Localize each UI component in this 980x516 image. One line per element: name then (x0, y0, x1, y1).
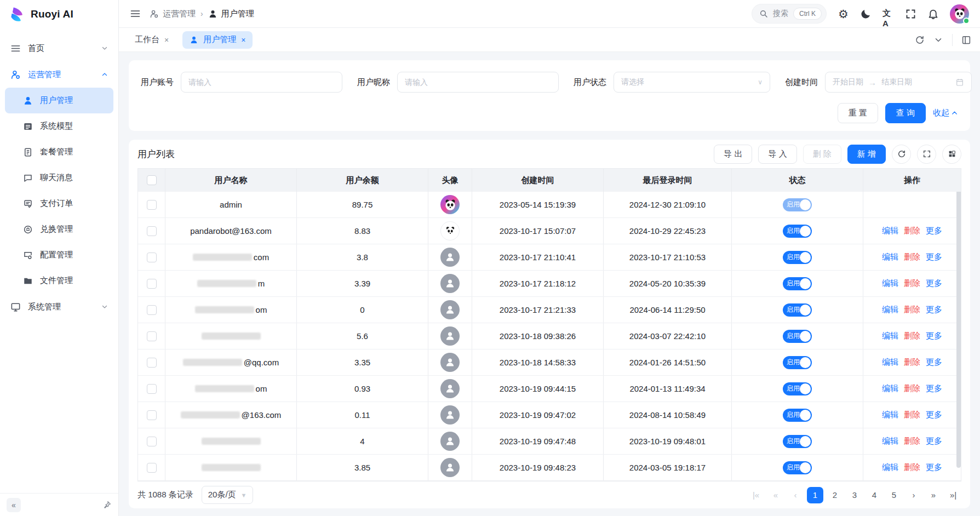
refresh-icon[interactable] (892, 145, 911, 164)
sidebar-subitem-2[interactable]: 套餐管理 (5, 139, 113, 165)
edit-link[interactable]: 编辑 (882, 278, 898, 289)
more-link[interactable]: 更多 (926, 305, 942, 315)
jump-forward-icon[interactable]: » (925, 487, 942, 503)
row-checkbox[interactable] (147, 463, 157, 473)
page-number-1[interactable]: 1 (807, 487, 823, 503)
edit-link[interactable]: 编辑 (882, 357, 898, 368)
row-checkbox[interactable] (147, 331, 157, 341)
row-checkbox[interactable] (147, 410, 157, 420)
sidebar-subitem-3[interactable]: 聊天消息 (5, 165, 113, 191)
more-link[interactable]: 更多 (926, 357, 942, 368)
delete-link[interactable]: 删除 (904, 357, 920, 368)
page-number-4[interactable]: 4 (866, 487, 882, 503)
settings-gear-icon[interactable]: ⚙ (838, 8, 849, 20)
more-link[interactable]: 更多 (926, 383, 942, 394)
status-toggle[interactable]: 启用 (783, 409, 812, 422)
delete-link[interactable]: 删除 (904, 305, 920, 315)
app-logo[interactable]: Ruoyi AI (0, 0, 118, 28)
user-avatar[interactable] (950, 4, 969, 24)
delete-link[interactable]: 删除 (904, 331, 920, 341)
status-toggle[interactable]: 启用 (783, 382, 812, 395)
tab-workbench[interactable]: 工作台 × (128, 31, 176, 49)
more-link[interactable]: 更多 (926, 436, 942, 446)
sidebar-subitem-7[interactable]: 文件管理 (5, 268, 113, 294)
edit-link[interactable]: 编辑 (882, 252, 898, 262)
chevron-down-icon[interactable] (933, 35, 943, 45)
delete-link[interactable]: 删除 (904, 383, 920, 394)
status-toggle[interactable]: 启用 (783, 435, 812, 448)
fullscreen-icon[interactable] (905, 8, 916, 20)
status-toggle[interactable]: 启用 (783, 330, 812, 343)
nickname-input[interactable] (397, 72, 559, 93)
sidebar-subitem-6[interactable]: 配置管理 (5, 242, 113, 268)
last-page-icon[interactable]: »| (945, 487, 961, 503)
delete-link[interactable]: 删除 (904, 278, 920, 289)
more-link[interactable]: 更多 (926, 462, 942, 473)
vertical-scrollbar[interactable] (956, 192, 961, 468)
query-button[interactable]: 查 询 (885, 103, 926, 123)
edit-link[interactable]: 编辑 (882, 436, 898, 446)
page-size-select[interactable]: 20条/页 ▼ (202, 486, 254, 504)
more-link[interactable]: 更多 (926, 252, 942, 262)
column-settings-grid-icon[interactable] (942, 145, 961, 164)
status-toggle[interactable]: 启用 (783, 225, 812, 238)
delete-link[interactable]: 删除 (904, 252, 920, 262)
reset-button[interactable]: 重 置 (838, 103, 878, 123)
edit-link[interactable]: 编辑 (882, 383, 898, 394)
row-checkbox[interactable] (147, 305, 157, 315)
row-checkbox[interactable] (147, 279, 157, 289)
status-toggle[interactable]: 启用 (783, 356, 812, 369)
status-select[interactable]: 请选择 ∨ (614, 72, 770, 93)
select-all-checkbox[interactable] (147, 175, 157, 185)
sidebar-collapse-button[interactable]: « (7, 498, 21, 512)
delete-link[interactable]: 删除 (904, 410, 920, 420)
sidebar-subitem-1[interactable]: 系统模型 (5, 113, 113, 139)
jump-back-icon[interactable]: « (767, 487, 784, 503)
status-toggle[interactable]: 启用 (783, 303, 812, 317)
delete-link[interactable]: 删除 (904, 226, 920, 236)
date-range-picker[interactable]: 开始日期 → 结束日期 (825, 72, 972, 93)
add-button[interactable]: 新 增 (847, 145, 886, 164)
fullscreen-icon[interactable] (917, 145, 936, 164)
delete-link[interactable]: 删除 (904, 436, 920, 446)
import-button[interactable]: 导 入 (758, 145, 796, 164)
row-checkbox[interactable] (147, 253, 157, 262)
hamburger-menu-icon[interactable] (130, 8, 141, 19)
edit-link[interactable]: 编辑 (882, 462, 898, 473)
sidebar-item-system[interactable]: 系统管理 (5, 294, 113, 320)
more-link[interactable]: 更多 (926, 226, 942, 236)
page-number-5[interactable]: 5 (886, 487, 902, 503)
edit-link[interactable]: 编辑 (882, 305, 898, 315)
status-toggle[interactable]: 启用 (783, 251, 812, 264)
row-checkbox[interactable] (147, 358, 157, 368)
refresh-icon[interactable] (915, 35, 925, 45)
notifications-bell-icon[interactable] (927, 8, 939, 20)
delete-button[interactable]: 删 除 (803, 145, 841, 164)
edit-link[interactable]: 编辑 (882, 226, 898, 236)
breadcrumb-item-operation[interactable]: 运营管理 (150, 9, 196, 19)
close-icon[interactable]: × (164, 36, 169, 44)
prev-page-icon[interactable]: ‹ (787, 487, 804, 503)
more-link[interactable]: 更多 (926, 278, 942, 289)
layout-expand-icon[interactable] (961, 35, 971, 45)
account-input[interactable] (181, 72, 342, 93)
tab-user-management[interactable]: 用户管理 × (182, 31, 253, 49)
dark-mode-moon-icon[interactable] (860, 8, 872, 20)
row-checkbox[interactable] (147, 384, 157, 394)
sidebar-item-operation[interactable]: 运营管理 (5, 61, 113, 88)
breadcrumb-item-users[interactable]: 用户管理 (208, 9, 254, 19)
page-number-3[interactable]: 3 (846, 487, 863, 503)
first-page-icon[interactable]: |« (748, 487, 764, 503)
status-toggle[interactable]: 启用 (783, 198, 812, 211)
edit-link[interactable]: 编辑 (882, 331, 898, 341)
language-translate-icon[interactable]: 文A (882, 8, 894, 20)
next-page-icon[interactable]: › (906, 487, 922, 503)
sidebar-item-home[interactable]: 首页 (5, 35, 113, 61)
collapse-filter-link[interactable]: 收起 (933, 108, 958, 118)
sidebar-subitem-5[interactable]: 兑换管理 (5, 216, 113, 242)
more-link[interactable]: 更多 (926, 410, 942, 420)
sidebar-subitem-0[interactable]: 用户管理 (5, 88, 113, 113)
page-number-2[interactable]: 2 (827, 487, 843, 503)
global-search[interactable]: 搜索 Ctrl K (752, 4, 827, 24)
more-link[interactable]: 更多 (926, 331, 942, 341)
